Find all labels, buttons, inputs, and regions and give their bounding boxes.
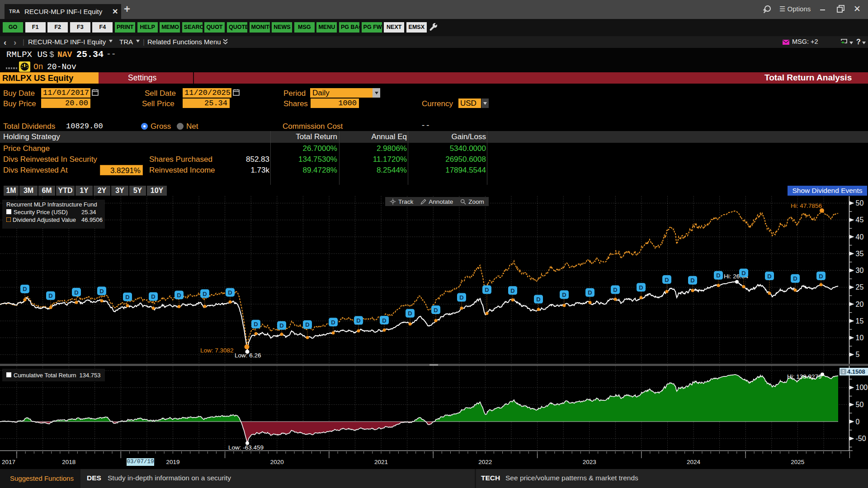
svg-text:D: D [305,321,309,328]
svg-text:D: D [125,294,129,300]
svg-text:2023: 2023 [583,459,596,465]
svg-text:-50: -50 [856,435,866,442]
svg-text:D: D [588,289,592,296]
svg-text:D: D [151,293,155,300]
svg-text:D: D [408,310,412,317]
svg-text:50: 50 [856,401,864,408]
svg-text:D: D [536,296,540,303]
svg-text:D: D [665,277,669,283]
svg-text:D: D [613,286,617,293]
svg-text:D: D [331,319,335,326]
svg-text:D: D [382,317,386,324]
svg-text:Hi: 47.7856: Hi: 47.7856 [791,202,822,209]
svg-text:D: D [23,286,27,292]
svg-text:D: D [228,289,232,296]
svg-text:0: 0 [856,418,860,426]
svg-text:D: D [279,322,283,329]
svg-text:D: D [434,307,438,314]
svg-text:D: D [74,289,78,296]
svg-text:D: D [99,288,104,295]
svg-text:D: D [767,273,771,280]
svg-text:D: D [793,275,797,282]
svg-text:D: D [690,277,694,284]
svg-text:D: D [819,273,823,280]
svg-text:20: 20 [856,300,864,308]
svg-text:35: 35 [856,250,864,258]
svg-text:40: 40 [856,233,864,241]
svg-text:2025: 2025 [791,459,804,465]
svg-text:D: D [741,270,745,277]
svg-text:D: D [716,272,720,279]
svg-text:2024: 2024 [687,459,701,465]
svg-text:45: 45 [856,216,864,224]
svg-text:2020: 2020 [270,459,284,465]
svg-text:25: 25 [856,283,864,291]
svg-text:2018: 2018 [62,459,75,465]
svg-text:10: 10 [856,334,864,342]
svg-text:D: D [639,284,643,291]
svg-text:5: 5 [856,351,860,358]
svg-text:Low: 7.3082: Low: 7.3082 [200,347,234,354]
svg-text:D: D [510,287,514,294]
svg-text:100: 100 [856,384,868,391]
svg-text:50: 50 [856,199,864,207]
svg-text:Low: -63.459: Low: -63.459 [228,444,264,451]
svg-text:D: D [485,286,489,293]
svg-text:2022: 2022 [478,459,492,465]
svg-text:D: D [356,317,360,324]
svg-text:2019: 2019 [166,459,179,465]
svg-text:D: D [254,321,258,328]
svg-text:D: D [562,291,566,298]
svg-text:Hi: 138.9279: Hi: 138.9279 [787,373,822,380]
svg-text:D: D [203,291,207,297]
svg-text:30: 30 [856,267,864,274]
svg-text:2021: 2021 [374,459,388,465]
svg-text:D: D [177,292,181,299]
svg-text:D: D [459,294,463,301]
svg-text:D: D [48,292,52,299]
svg-text:15: 15 [856,317,864,325]
svg-text:2017: 2017 [2,459,15,465]
